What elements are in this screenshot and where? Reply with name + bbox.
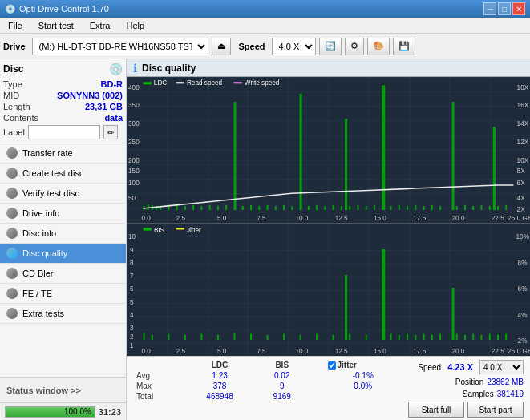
- config-button1[interactable]: ⚙: [345, 38, 364, 55]
- svg-rect-75: [489, 206, 491, 210]
- svg-rect-61: [374, 205, 375, 210]
- refresh-button[interactable]: 🔄: [319, 38, 342, 55]
- nav-verify-test-disc[interactable]: Verify test disc: [0, 184, 126, 204]
- minimize-button[interactable]: ─: [483, 2, 496, 15]
- start-part-button[interactable]: Start part: [467, 402, 524, 418]
- position-value: 23862 MB: [487, 378, 524, 386]
- svg-text:3: 3: [130, 324, 134, 332]
- svg-rect-145: [144, 228, 152, 230]
- svg-rect-128: [366, 334, 367, 339]
- drive-selector[interactable]: (M:) HL-DT-ST BD-RE WH16NS58 TST4: [32, 38, 208, 55]
- menu-start-test[interactable]: Start test: [34, 19, 79, 32]
- speed-selector2[interactable]: 4.0 X: [479, 360, 524, 374]
- mid-label: MID: [3, 91, 19, 100]
- jitter-checkbox[interactable]: [328, 361, 336, 370]
- svg-rect-54: [324, 206, 326, 210]
- nav-disc-quality[interactable]: Disc quality: [0, 244, 126, 264]
- maximize-button[interactable]: □: [498, 2, 511, 15]
- svg-rect-119: [233, 333, 235, 340]
- svg-text:LDC: LDC: [154, 79, 167, 87]
- svg-rect-142: [489, 333, 491, 339]
- svg-rect-50: [291, 206, 293, 210]
- svg-rect-134: [423, 333, 425, 339]
- type-value: BD-R: [101, 79, 123, 89]
- svg-rect-56: [341, 206, 342, 210]
- max-jitter: 0.0%: [325, 381, 402, 391]
- close-button[interactable]: ✕: [512, 2, 525, 15]
- svg-rect-71: [456, 206, 458, 210]
- svg-rect-74: [480, 205, 482, 210]
- svg-rect-115: [168, 333, 169, 339]
- svg-rect-131: [399, 334, 400, 339]
- svg-text:Jitter: Jitter: [187, 225, 201, 233]
- start-full-button[interactable]: Start full: [408, 402, 464, 418]
- svg-rect-76: [493, 127, 496, 210]
- status-window-button[interactable]: Status window >>: [6, 386, 81, 395]
- svg-text:14X: 14X: [517, 120, 529, 127]
- svg-rect-63: [390, 206, 391, 210]
- svg-rect-126: [333, 334, 334, 339]
- chart1-svg: 400 350 300 250 200 150 100 50 18X 16X 1…: [127, 77, 530, 223]
- eject-button[interactable]: ⏏: [212, 38, 231, 55]
- svg-text:300: 300: [128, 120, 140, 127]
- svg-text:4X: 4X: [517, 195, 526, 202]
- extra-tests-icon: [6, 308, 18, 319]
- svg-text:10X: 10X: [517, 157, 529, 164]
- title-bar: 💿 Opti Drive Control 1.70 ─ □ ✕: [0, 0, 530, 18]
- svg-rect-86: [127, 224, 530, 356]
- save-button[interactable]: 💾: [393, 38, 415, 55]
- config-button2[interactable]: 🎨: [367, 38, 390, 55]
- svg-rect-31: [148, 204, 149, 210]
- svg-text:12.5: 12.5: [335, 214, 348, 221]
- svg-text:10.0: 10.0: [295, 214, 308, 221]
- menu-extra[interactable]: Extra: [85, 19, 115, 32]
- svg-rect-130: [390, 333, 391, 339]
- contents-label: Contents: [3, 113, 38, 123]
- svg-text:Write speed: Write speed: [245, 79, 280, 87]
- speed-info: Speed 4.23 X 4.0 X: [418, 360, 524, 374]
- svg-text:BIS: BIS: [154, 225, 165, 233]
- svg-rect-83: [233, 82, 241, 83]
- nav-transfer-rate[interactable]: Transfer rate: [0, 143, 126, 164]
- svg-rect-62: [382, 85, 385, 210]
- speed-selector[interactable]: 4.0 X: [272, 38, 316, 55]
- main-layout: Disc 💿 Type BD-R MID SONYNN3 (002) Lengt…: [0, 59, 530, 420]
- nav-cd-bler[interactable]: CD Bler: [0, 264, 126, 284]
- svg-text:8: 8: [130, 259, 134, 267]
- ldc-header: LDC: [184, 360, 256, 370]
- svg-rect-120: [250, 333, 252, 339]
- type-label: Type: [3, 79, 22, 89]
- nav-create-test-disc[interactable]: Create test disc: [0, 164, 126, 184]
- label-edit-button[interactable]: ✏: [103, 125, 118, 139]
- svg-text:20.0: 20.0: [451, 214, 464, 221]
- speed-info-value: 4.23 X: [447, 362, 473, 372]
- max-label: Max: [133, 381, 184, 391]
- svg-text:7: 7: [130, 272, 134, 280]
- progress-text: 100.0%: [64, 407, 91, 417]
- nav-extra-tests[interactable]: Extra tests: [0, 304, 126, 324]
- svg-text:18X: 18X: [517, 84, 529, 91]
- svg-text:7.5: 7.5: [257, 347, 266, 355]
- svg-text:10: 10: [128, 232, 136, 240]
- content-area: ℹ Disc quality 400: [127, 59, 530, 420]
- nav-disc-quality-label: Disc quality: [22, 248, 67, 258]
- nav-disc-info[interactable]: Disc info: [0, 224, 126, 244]
- svg-text:5.0: 5.0: [217, 347, 227, 355]
- svg-rect-147: [176, 228, 184, 229]
- svg-text:50: 50: [128, 195, 136, 202]
- mid-value: SONYNN3 (002): [57, 91, 123, 100]
- contents-value: data: [104, 113, 123, 123]
- length-value: 23,31 GB: [85, 102, 123, 111]
- nav-fe-te[interactable]: FE / TE: [0, 284, 126, 304]
- svg-rect-79: [144, 82, 152, 84]
- position-info: Position 23862 MB: [455, 378, 524, 386]
- menu-file[interactable]: File: [3, 19, 27, 32]
- menu-help[interactable]: Help: [121, 19, 149, 32]
- nav-drive-info[interactable]: Drive info: [0, 204, 126, 224]
- svg-text:20.0: 20.0: [451, 347, 464, 355]
- progress-area: 100.0% 31:23: [0, 402, 126, 420]
- stats-panel: LDC BIS Jitter: [127, 356, 530, 420]
- transfer-rate-icon: [6, 147, 18, 159]
- label-input[interactable]: [28, 125, 100, 139]
- svg-text:15.0: 15.0: [374, 347, 386, 355]
